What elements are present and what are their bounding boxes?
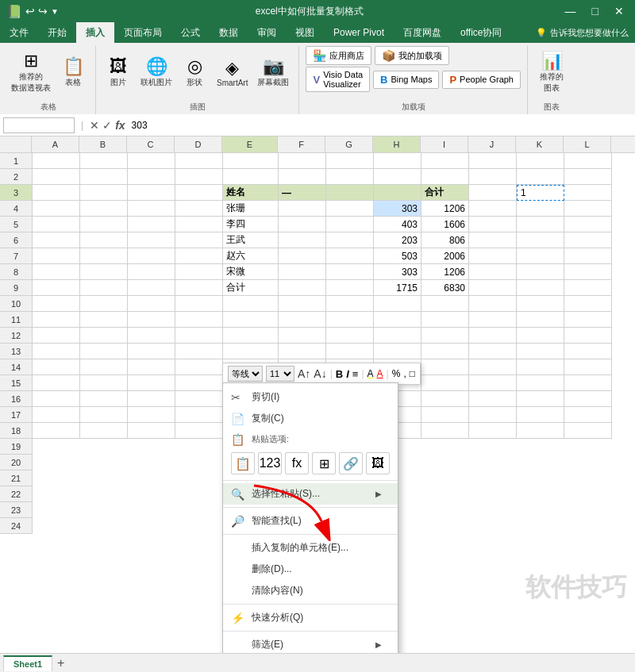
cell-I5[interactable]: 1606 xyxy=(421,217,469,232)
cell-K8[interactable] xyxy=(517,264,564,280)
app-store-button[interactable]: 🏪 应用商店 xyxy=(306,46,371,65)
row-header-11[interactable]: 11 xyxy=(0,312,32,328)
cell-H8[interactable]: 303 xyxy=(374,264,421,280)
cell-K6[interactable] xyxy=(517,232,564,248)
tab-home[interactable]: 开始 xyxy=(38,22,76,43)
cell-B6[interactable] xyxy=(80,232,128,248)
cell-F2[interactable] xyxy=(279,169,326,185)
row-header-13[interactable]: 13 xyxy=(0,344,32,359)
cell-A10[interactable] xyxy=(33,296,80,312)
shapes-button[interactable]: ◎ 形状 xyxy=(179,56,210,90)
tab-powerpivot[interactable]: Power Pivot xyxy=(324,22,394,43)
my-addins-button[interactable]: 📦 我的加载项 xyxy=(375,46,449,65)
help-label[interactable]: 告诉我您想要做什么 xyxy=(550,27,629,39)
cell-G5[interactable] xyxy=(326,217,374,232)
highlight-button[interactable]: A xyxy=(368,368,374,379)
cell-B5[interactable] xyxy=(80,217,128,232)
col-header-B[interactable]: B xyxy=(79,136,127,152)
row-header-3[interactable]: 3 xyxy=(0,185,32,201)
tab-pagelayout[interactable]: 页面布局 xyxy=(114,22,171,43)
picture-button[interactable]: 🖼 图片 xyxy=(102,56,134,90)
cell-G2[interactable] xyxy=(326,169,374,185)
cell-J1[interactable] xyxy=(469,153,517,169)
font-selector[interactable]: 等线 xyxy=(228,366,263,382)
cell-C8[interactable] xyxy=(128,264,175,280)
cell-D1[interactable] xyxy=(175,153,223,169)
cell-L10[interactable] xyxy=(564,296,612,312)
paste-icon-5[interactable]: 🔗 xyxy=(339,452,363,474)
cell-F6[interactable] xyxy=(279,232,326,248)
cell-A3[interactable] xyxy=(33,185,80,201)
font-size-selector[interactable]: 11 xyxy=(266,366,294,382)
cell-G10[interactable] xyxy=(326,296,374,312)
row-header-18[interactable]: 18 xyxy=(0,423,32,439)
cell-G1[interactable] xyxy=(326,153,374,169)
cell-E9[interactable]: 合计 xyxy=(223,280,279,296)
cell-I3[interactable]: 合计 xyxy=(421,185,469,201)
cell-E5[interactable]: 李四 xyxy=(223,217,279,232)
cell-I6[interactable]: 806 xyxy=(421,232,469,248)
insert-function-icon[interactable]: fx xyxy=(115,119,125,132)
recommended-charts-button[interactable]: 📊 推荐的图表 xyxy=(536,51,568,95)
percent-button[interactable]: % xyxy=(392,368,401,379)
undo-icon[interactable]: ↩ xyxy=(25,5,35,17)
maximize-button[interactable]: □ xyxy=(587,3,603,19)
cell-A9[interactable] xyxy=(33,280,80,296)
cell-D3[interactable] xyxy=(175,185,223,201)
font-shrink-icon[interactable]: A↓ xyxy=(314,367,326,380)
row-header-4[interactable]: 4 xyxy=(0,201,32,217)
cell-B2[interactable] xyxy=(80,169,128,185)
cell-A6[interactable] xyxy=(33,232,80,248)
redo-icon[interactable]: ↪ xyxy=(38,5,48,17)
cell-H3[interactable] xyxy=(374,185,421,201)
cell-A2[interactable] xyxy=(33,169,80,185)
cell-J4[interactable] xyxy=(469,201,517,217)
cell-F10[interactable] xyxy=(279,296,326,312)
cell-H5[interactable]: 403 xyxy=(374,217,421,232)
row-header-16[interactable]: 16 xyxy=(0,391,32,407)
cell-E10[interactable] xyxy=(223,296,279,312)
cell-J2[interactable] xyxy=(469,169,517,185)
context-menu-copy[interactable]: 📄 复制(C) xyxy=(223,408,398,429)
cell-G8[interactable] xyxy=(326,264,374,280)
screenshot-button[interactable]: 📷 屏幕截图 xyxy=(254,56,292,90)
table-button[interactable]: 📋 表格 xyxy=(57,56,89,90)
row-header-15[interactable]: 15 xyxy=(0,375,32,391)
col-header-L[interactable]: L xyxy=(564,136,611,152)
cell-C9[interactable] xyxy=(128,280,175,296)
cell-J10[interactable] xyxy=(469,296,517,312)
cell-B4[interactable] xyxy=(80,201,128,217)
cell-B1[interactable] xyxy=(80,153,128,169)
cell-E7[interactable]: 赵六 xyxy=(223,248,279,264)
tab-formulas[interactable]: 公式 xyxy=(171,22,210,43)
bold-button[interactable]: B xyxy=(336,368,343,380)
cell-B3[interactable] xyxy=(80,185,128,201)
cell-C7[interactable] xyxy=(128,248,175,264)
cell-K9[interactable] xyxy=(517,280,564,296)
cell-H10[interactable] xyxy=(374,296,421,312)
col-header-K[interactable]: K xyxy=(516,136,564,152)
col-header-A[interactable]: A xyxy=(32,136,79,152)
cell-C5[interactable] xyxy=(128,217,175,232)
cell-I10[interactable] xyxy=(421,296,469,312)
cell-L8[interactable] xyxy=(564,264,612,280)
row-header-9[interactable]: 9 xyxy=(0,280,32,296)
cell-E6[interactable]: 王武 xyxy=(223,232,279,248)
tab-insert[interactable]: 插入 xyxy=(76,22,114,43)
cell-F7[interactable] xyxy=(279,248,326,264)
col-header-G[interactable]: G xyxy=(325,136,373,152)
people-graph-button[interactable]: P People Graph xyxy=(442,71,521,89)
cell-D2[interactable] xyxy=(175,169,223,185)
sheet-tab-sheet1[interactable]: Sheet1 xyxy=(3,655,52,671)
cell-D7[interactable] xyxy=(175,248,223,264)
cell-G7[interactable] xyxy=(326,248,374,264)
context-menu-delete[interactable]: 删除(D)... xyxy=(223,559,398,580)
cell-E4[interactable]: 张珊 xyxy=(223,201,279,217)
cell-L1[interactable] xyxy=(564,153,612,169)
cell-I4[interactable]: 1206 xyxy=(421,201,469,217)
cell-G4[interactable] xyxy=(326,201,374,217)
bing-maps-button[interactable]: B Bing Maps xyxy=(373,71,439,89)
context-menu-cut[interactable]: ✂ 剪切(I) xyxy=(223,386,398,408)
cell-K1[interactable] xyxy=(517,153,564,169)
cell-L9[interactable] xyxy=(564,280,612,296)
